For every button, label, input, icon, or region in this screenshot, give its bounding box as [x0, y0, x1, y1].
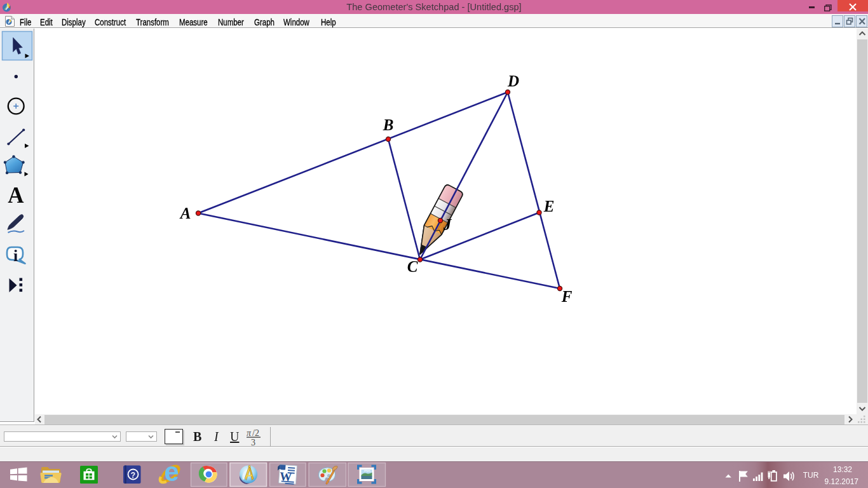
svg-text:/2: /2: [252, 428, 259, 438]
svg-text:π: π: [247, 428, 252, 438]
svg-text:?: ?: [131, 471, 135, 480]
svg-text:3: 3: [251, 438, 255, 447]
